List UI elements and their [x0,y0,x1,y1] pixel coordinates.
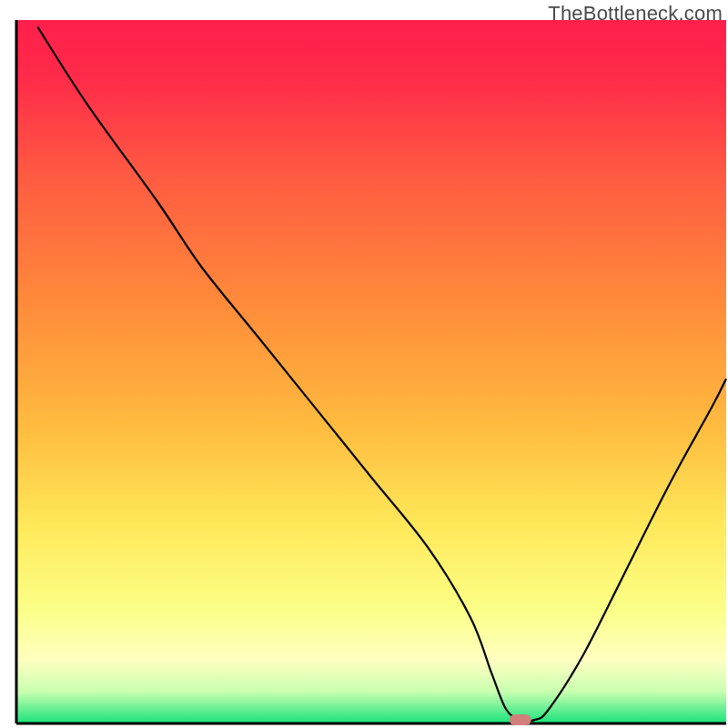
bottleneck-chart [0,0,728,728]
min-marker [510,714,531,725]
watermark-text: TheBottleneck.com [548,2,723,25]
chart-container: TheBottleneck.com [0,0,728,728]
plot-background [16,20,726,723]
